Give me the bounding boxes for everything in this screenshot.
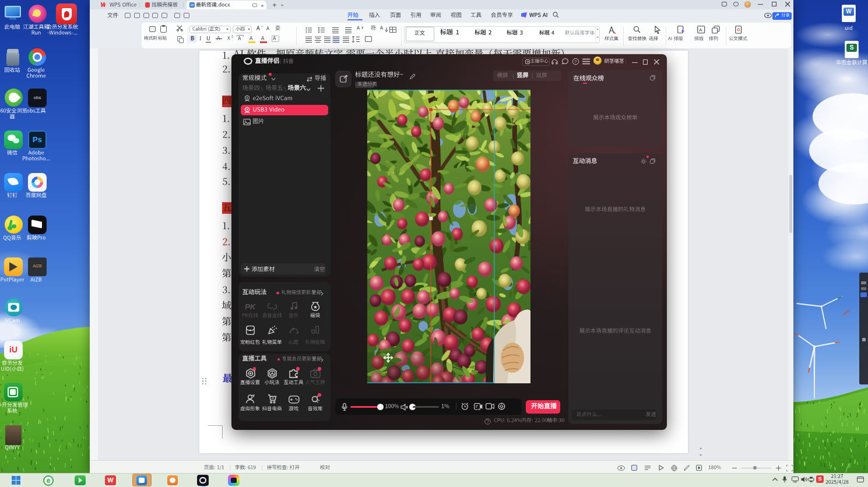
svg-text:A: A: [699, 27, 702, 33]
svg-text:PK: PK: [245, 302, 256, 310]
svg-text:?: ?: [574, 59, 577, 64]
